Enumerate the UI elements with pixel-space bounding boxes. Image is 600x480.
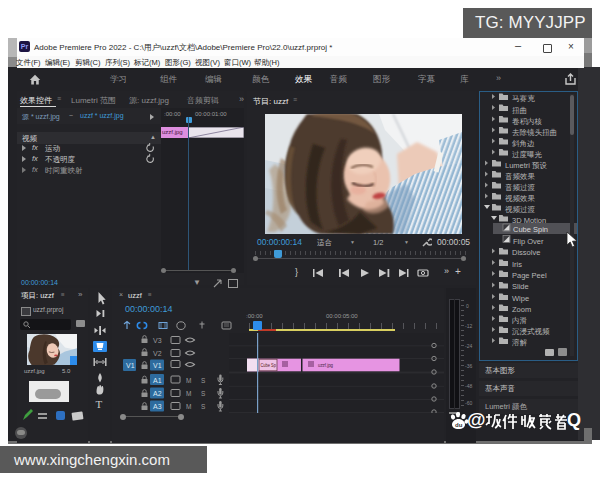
svg-text:3D Motion: 3D Motion xyxy=(512,216,546,225)
svg-text:V1: V1 xyxy=(126,362,135,369)
svg-text:视频效果: 视频效果 xyxy=(505,194,536,203)
svg-text:斜角边: 斜角边 xyxy=(512,139,535,148)
svg-text:S: S xyxy=(201,403,206,410)
svg-text:S: S xyxy=(201,377,206,384)
svg-text:视频过渡: 视频过渡 xyxy=(505,205,536,214)
svg-text:A1: A1 xyxy=(153,377,162,384)
svg-text:溶解: 溶解 xyxy=(512,338,528,347)
svg-text:uzzf.jpg: uzzf.jpg xyxy=(318,362,333,368)
svg-text:Slide: Slide xyxy=(512,282,529,291)
svg-text:du: du xyxy=(455,422,463,428)
svg-text:Page Peel: Page Peel xyxy=(512,271,547,280)
svg-text:A3: A3 xyxy=(153,403,162,410)
svg-text:V2: V2 xyxy=(153,350,162,357)
svg-text:去除镜头扭曲: 去除镜头扭曲 xyxy=(512,128,557,137)
svg-text:Wipe: Wipe xyxy=(512,294,529,303)
svg-text:M: M xyxy=(186,403,191,410)
svg-text:M: M xyxy=(186,390,191,397)
svg-text:Flip Over: Flip Over xyxy=(513,237,544,246)
svg-text:V3: V3 xyxy=(153,337,162,344)
svg-text:A2: A2 xyxy=(153,390,162,397)
svg-text:沉浸式视频: 沉浸式视频 xyxy=(512,327,550,336)
svg-text:Zoom: Zoom xyxy=(512,305,531,314)
svg-text:Lumetri 预设: Lumetri 预设 xyxy=(505,161,548,170)
svg-text:音频过渡: 音频过渡 xyxy=(505,183,536,192)
svg-text:Iris: Iris xyxy=(512,260,522,269)
svg-text:T: T xyxy=(96,398,103,410)
svg-text:Cube Spin: Cube Spin xyxy=(513,225,548,234)
svg-text:音频效果: 音频效果 xyxy=(505,172,536,181)
svg-text:马赛克: 马赛克 xyxy=(512,94,535,103)
svg-text:内滑: 内滑 xyxy=(512,316,528,325)
svg-text:Cube Sp: Cube Sp xyxy=(261,362,277,368)
svg-text:V1: V1 xyxy=(153,362,162,369)
svg-text:过度曝光: 过度曝光 xyxy=(512,150,543,159)
svg-text:扭曲: 扭曲 xyxy=(512,106,527,115)
svg-text:Dissolve: Dissolve xyxy=(512,248,540,257)
svg-text:M: M xyxy=(186,377,191,384)
svg-text:S: S xyxy=(201,390,206,397)
svg-text:卷积内核: 卷积内核 xyxy=(512,117,543,126)
